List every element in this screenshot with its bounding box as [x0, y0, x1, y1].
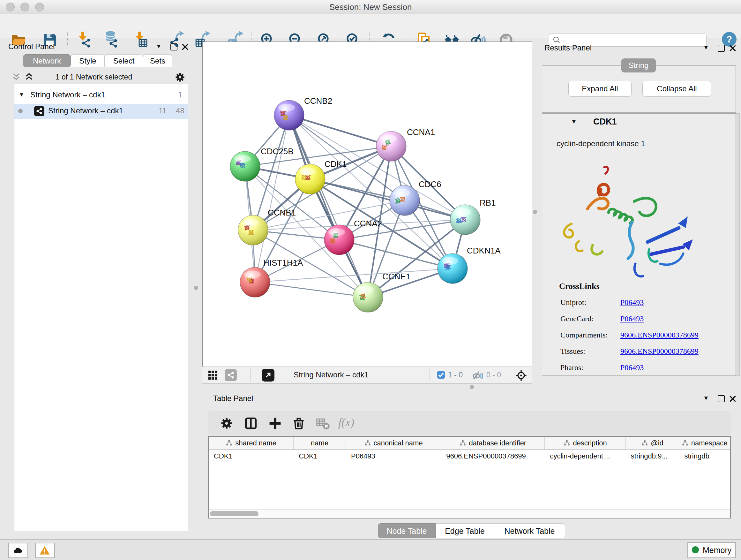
collection-expand-icon[interactable]: ▼ [19, 91, 24, 98]
network-node-CDC25B[interactable] [230, 151, 260, 181]
add-column-icon[interactable] [268, 416, 282, 430]
node-table: shared namenamecanonical namedatabase id… [208, 436, 731, 518]
tab-select[interactable]: Select [105, 54, 143, 67]
table-gear-icon[interactable] [219, 416, 233, 430]
network-edge[interactable] [255, 282, 368, 297]
hidden-count: 0 - 0 [486, 371, 501, 379]
crosslink-link[interactable]: P06493 [620, 314, 644, 323]
network-node-HIST1H1A[interactable] [240, 267, 270, 297]
tab-sets[interactable]: Sets [143, 54, 172, 67]
table-cell[interactable]: 9606.ENSP00000378699 [441, 450, 545, 462]
network-node-CCNA1[interactable] [376, 131, 406, 161]
column-header-@id[interactable]: @id [626, 437, 679, 449]
results-panel-float-icon[interactable] [718, 45, 725, 52]
tab-network-table[interactable]: Network Table [494, 523, 565, 538]
table-cell[interactable]: CDK1 [293, 450, 346, 462]
network-edge[interactable] [255, 115, 289, 282]
table-row[interactable]: CDK1CDK1P064939606.ENSP00000378699cyclin… [209, 450, 730, 462]
fit-content-crosshair-icon[interactable] [515, 369, 527, 381]
network-row[interactable]: String Network – cdk1 11 48 [14, 104, 188, 119]
cloud-status-button[interactable] [8, 543, 28, 558]
crosslink-link[interactable]: P06493 [620, 363, 644, 372]
birds-eye-view-icon[interactable] [262, 369, 274, 381]
table-cell[interactable]: P06493 [346, 450, 441, 462]
network-node-RB1[interactable] [450, 205, 480, 235]
crosslink-link[interactable]: 9606.ENSP00000378699 [620, 331, 698, 339]
left-splitter-handle[interactable] [194, 286, 198, 290]
collapse-all-button[interactable]: Collapse All [643, 81, 711, 97]
results-scrollbar[interactable] [736, 113, 740, 376]
delete-table-icon [316, 416, 330, 430]
crosslink-row: Compartments:9606.ENSP00000378699 [545, 328, 733, 345]
table-cell[interactable]: stringdb [679, 450, 730, 462]
tab-edge-table[interactable]: Edge Table [435, 523, 494, 538]
table-cell[interactable]: CDK1 [209, 450, 293, 462]
network-node-CCNA2[interactable] [324, 225, 354, 255]
bottom-splitter-handle[interactable] [470, 385, 474, 389]
selected-checkbox[interactable] [437, 371, 445, 379]
crosslink-label: GeneCard: [560, 314, 594, 323]
network-edge[interactable] [289, 115, 368, 297]
column-header-description[interactable]: description [545, 437, 625, 449]
control-panel-float-icon[interactable] [171, 44, 178, 51]
network-edge[interactable] [289, 115, 391, 146]
tab-network[interactable]: Network [23, 54, 71, 67]
table-cell[interactable]: stringdb:9... [626, 450, 679, 462]
control-panel-close-icon[interactable] [181, 43, 189, 51]
share-view-icon[interactable] [225, 369, 237, 381]
column-header-namespace[interactable]: namespace [679, 437, 730, 449]
network-options-gear-icon[interactable] [174, 71, 186, 83]
table-h-scrollbar-thumb[interactable] [210, 511, 259, 516]
column-header-database-identifier[interactable]: database identifier [441, 437, 545, 449]
network-collection-row[interactable]: ▼ String Network – cdk1 1 [14, 88, 188, 103]
network-node-CDKN1A[interactable] [437, 253, 468, 284]
delete-column-icon[interactable] [292, 416, 306, 430]
network-edge[interactable] [310, 179, 465, 220]
table-panel-float-icon[interactable] [718, 395, 725, 402]
network-node-CDC6[interactable] [390, 186, 420, 215]
show-columns-icon[interactable] [244, 416, 258, 430]
network-node-CCNB1[interactable] [238, 215, 268, 245]
table-cell[interactable]: cyclin-dependent ... [545, 450, 625, 462]
status-bar: Memory [0, 539, 741, 560]
network-canvas[interactable]: CCNB2CCNA1CDC25BCDK1CDC6RB1CCNB1CCNA2CDK… [202, 42, 532, 367]
crosslink-link[interactable]: 9606.ENSP00000378699 [620, 347, 698, 356]
separator [429, 369, 430, 381]
right-splitter-handle[interactable] [533, 210, 537, 214]
memory-status-dot [692, 546, 699, 553]
tab-node-table[interactable]: Node Table [378, 523, 435, 538]
table-h-scrollbar[interactable] [209, 509, 730, 518]
network-view-title: String Network – cdk1 [293, 370, 368, 379]
results-panel-close-icon[interactable] [729, 44, 737, 52]
gene-collapse-icon[interactable]: ▼ [571, 118, 577, 125]
column-header-shared-name[interactable]: shared name [209, 437, 293, 449]
expand-all-button[interactable]: Expand All [568, 81, 631, 97]
memory-button[interactable]: Memory [687, 542, 736, 558]
crosslinks-heading: CrossLinks [559, 282, 600, 291]
column-header-canonical-name[interactable]: canonical name [346, 437, 441, 449]
window-title: Session: New Session [0, 2, 741, 12]
ne-arrow-icon [264, 371, 273, 380]
table-panel-menu-icon[interactable]: ▼ [703, 395, 709, 401]
column-header-name[interactable]: name [293, 437, 346, 449]
table-panel-close-icon[interactable] [729, 395, 737, 402]
network-node-CDK1[interactable] [295, 164, 325, 194]
tab-style[interactable]: Style [71, 54, 105, 67]
import-table-button[interactable] [133, 32, 149, 48]
network-node-CCNE1[interactable] [353, 282, 383, 312]
control-panel-menu-icon[interactable]: ▼ [156, 43, 162, 50]
string-network-icon [34, 106, 44, 116]
import-network-from-database-button[interactable] [104, 32, 119, 48]
crosslink-link[interactable]: P06493 [620, 298, 644, 307]
network-edge[interactable] [255, 268, 453, 282]
warning-icon [39, 545, 50, 556]
node-gloss [328, 228, 345, 236]
crosslink-row: GeneCard:P06493 [545, 312, 733, 328]
network-node-CCNB2[interactable] [274, 100, 304, 130]
results-panel-menu-icon[interactable]: ▼ [703, 44, 709, 51]
grid-view-icon[interactable] [207, 370, 218, 381]
tab-string[interactable]: String [621, 58, 656, 72]
warnings-button[interactable] [35, 543, 55, 558]
network-name: String Network – cdk1 [48, 106, 123, 115]
import-network-button[interactable] [77, 32, 92, 48]
